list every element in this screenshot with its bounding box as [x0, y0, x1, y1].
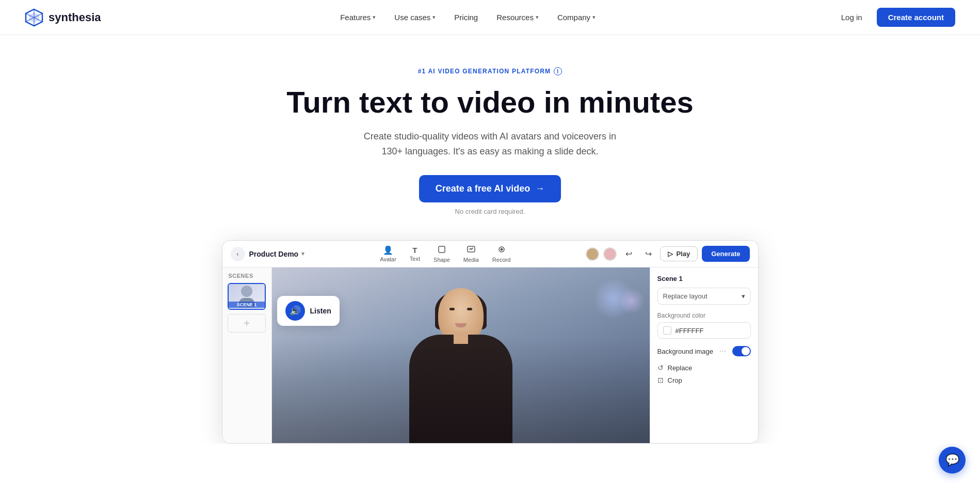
- bg-image-toggle[interactable]: [732, 346, 751, 356]
- scenes-label: Scenes: [227, 273, 253, 279]
- bg-color-label: Background color: [657, 312, 751, 319]
- product-body: Scenes SCENE 1 +: [222, 267, 758, 443]
- crop-icon: ⊡: [657, 376, 664, 384]
- bg-color-field[interactable]: #FFFFFF: [657, 322, 751, 339]
- cta-button[interactable]: Create a free AI video →: [419, 175, 561, 202]
- listen-text: Listen: [310, 307, 331, 315]
- nav-links: Features ▾ Use cases ▾ Pricing Resources…: [333, 9, 603, 26]
- bg-image-row: Background image ···: [657, 346, 751, 356]
- product-toolbar: ‹ Product Demo ▾ 👤 Avatar T Text: [222, 241, 758, 267]
- use-cases-chevron: ▾: [432, 14, 436, 21]
- resources-chevron: ▾: [536, 14, 539, 21]
- canvas-placeholder: [272, 267, 650, 443]
- svg-point-8: [500, 248, 503, 250]
- nav-actions: Log in Create account: [835, 8, 955, 27]
- record-icon: [497, 245, 506, 256]
- tool-shape[interactable]: Shape: [427, 242, 456, 266]
- replace-icon: ↺: [657, 364, 664, 372]
- product-wrapper: ‹ Product Demo ▾ 👤 Avatar T Text: [0, 240, 980, 444]
- logo-text: synthesia: [49, 11, 101, 24]
- play-icon: ▷: [668, 250, 673, 258]
- nav-resources[interactable]: Resources ▾: [489, 9, 546, 26]
- generate-button[interactable]: Generate: [702, 246, 749, 262]
- hero-subtitle: Create studio-quality videos with AI ava…: [356, 129, 624, 159]
- cta-arrow-icon: →: [535, 183, 544, 194]
- nav-use-cases[interactable]: Use cases ▾: [387, 9, 443, 26]
- listen-icon: 🔊: [285, 301, 305, 321]
- features-chevron: ▾: [373, 14, 376, 21]
- person-neck: [454, 332, 468, 344]
- replace-bg-button[interactable]: ↺ Replace: [657, 361, 751, 374]
- replace-layout-dropdown[interactable]: Replace layout ▾: [657, 288, 751, 305]
- right-panel: Scene 1 Replace layout ▾ Background colo…: [650, 267, 758, 443]
- add-scene-button[interactable]: +: [228, 314, 266, 333]
- tool-text[interactable]: T Text: [404, 243, 426, 265]
- project-chevron-icon: ▾: [301, 250, 304, 257]
- person-body: [409, 335, 512, 443]
- play-button[interactable]: ▷ Play: [660, 246, 698, 261]
- avatar-icon: 👤: [383, 245, 393, 255]
- add-scene-icon: +: [244, 318, 250, 329]
- info-icon: i: [554, 67, 562, 75]
- color-swatch-2[interactable]: [603, 247, 617, 261]
- bg-blur-2: [619, 288, 645, 314]
- scene-1-label: SCENE 1: [229, 302, 265, 308]
- tool-avatar[interactable]: 👤 Avatar: [374, 242, 403, 265]
- panel-section-title: Scene 1: [657, 275, 751, 282]
- tool-media[interactable]: Media: [457, 242, 485, 266]
- create-account-button[interactable]: Create account: [877, 8, 955, 27]
- scenes-panel: Scenes SCENE 1 +: [222, 267, 272, 443]
- tool-record[interactable]: Record: [486, 242, 517, 266]
- person-figure: [389, 267, 533, 443]
- media-icon: [467, 245, 475, 256]
- product-frame: ‹ Product Demo ▾ 👤 Avatar T Text: [222, 240, 759, 444]
- listen-popup: 🔊 Listen: [277, 296, 340, 326]
- undo-button[interactable]: ↩: [621, 246, 636, 262]
- redo-button[interactable]: ↪: [640, 246, 656, 262]
- toolbar-back-button[interactable]: ‹: [231, 247, 245, 261]
- more-options-icon[interactable]: ···: [719, 347, 726, 356]
- nav-pricing[interactable]: Pricing: [447, 9, 485, 26]
- text-icon: T: [412, 246, 417, 255]
- hero-title: Turn text to video in minutes: [10, 86, 970, 119]
- scene-1-thumb[interactable]: SCENE 1: [228, 283, 266, 310]
- toolbar-project-name: Product Demo ▾: [249, 250, 305, 258]
- logo-link[interactable]: synthesia: [25, 8, 101, 27]
- hero-section: #1 AI VIDEO GENERATION PLATFORM i Turn t…: [0, 35, 980, 215]
- crop-bg-button[interactable]: ⊡ Crop: [657, 374, 751, 386]
- main-canvas: 🔊 Listen: [272, 267, 650, 443]
- nav-features[interactable]: Features ▾: [333, 9, 383, 26]
- nav-company[interactable]: Company ▾: [550, 9, 603, 26]
- color-swatch-1[interactable]: [586, 247, 599, 261]
- company-chevron: ▾: [592, 14, 596, 21]
- hero-badge: #1 AI VIDEO GENERATION PLATFORM i: [418, 67, 563, 75]
- color-dot: [663, 326, 671, 335]
- login-button[interactable]: Log in: [835, 9, 869, 26]
- toolbar-right: ↩ ↪ ▷ Play Generate: [586, 246, 749, 262]
- hero-disclaimer: No credit card required.: [10, 208, 970, 215]
- shape-icon: [438, 245, 446, 256]
- synthesia-logo-icon: [25, 8, 43, 27]
- toolbar-tools: 👤 Avatar T Text Shape Med: [374, 242, 517, 266]
- navbar: synthesia Features ▾ Use cases ▾ Pricing…: [0, 0, 980, 35]
- bg-image-label: Background image: [657, 348, 713, 355]
- svg-rect-5: [439, 246, 445, 253]
- dropdown-chevron-icon: ▾: [742, 292, 745, 300]
